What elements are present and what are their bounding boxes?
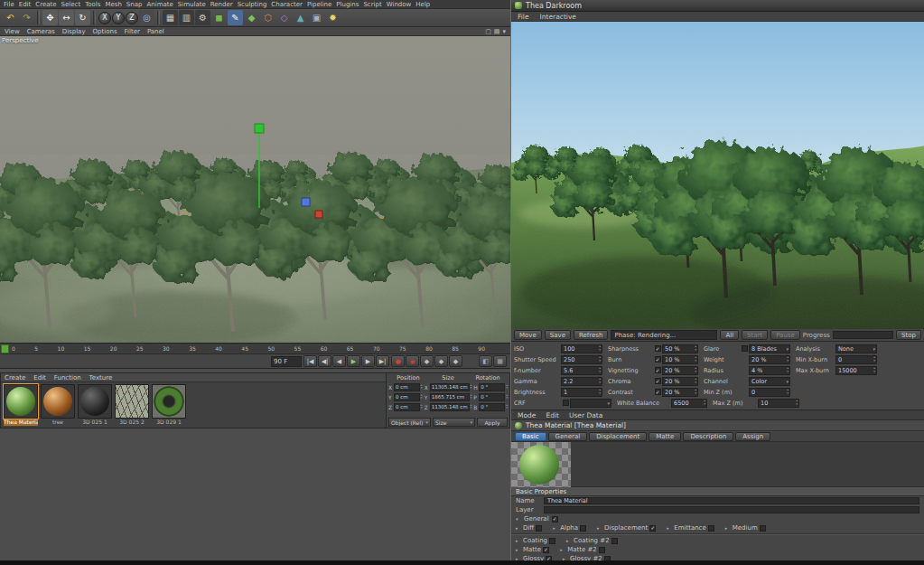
field-spinner-icon[interactable]: ▴▾ — [695, 378, 696, 383]
timeline-tick-60[interactable]: 60 — [321, 345, 328, 352]
field-spinner-icon[interactable]: ▴▾ — [506, 384, 508, 390]
collapsed-arrow-icon[interactable]: ▸ — [725, 525, 731, 531]
collapsed-arrow-icon[interactable]: ▸ — [667, 525, 672, 531]
channel-diff[interactable]: ▸Diff — [516, 524, 542, 532]
c4d-menu-mesh[interactable]: Mesh — [105, 1, 121, 8]
timeline-tick-55[interactable]: 55 — [294, 345, 302, 352]
attribute-tab-user-data[interactable]: User Data — [569, 411, 602, 419]
redo-icon[interactable]: ↷ — [19, 10, 34, 25]
setting-checkbox-chroma[interactable]: ✓ — [655, 378, 661, 384]
viewport-menu-options[interactable]: Options — [93, 28, 117, 35]
basic-properties-section[interactable]: Basic Properties — [511, 487, 924, 496]
c4d-menu-plugins[interactable]: Plugins — [336, 1, 359, 8]
coord-value-field[interactable]: 11305.148 cm — [430, 383, 470, 391]
c4d-menu-edit[interactable]: Edit — [19, 1, 32, 8]
move-tool-icon[interactable]: ✥ — [42, 10, 58, 25]
setting-checkbox-contrast[interactable]: ✓ — [655, 389, 661, 395]
field-spinner-icon[interactable]: ▴▾ — [599, 367, 601, 372]
setting-field-burn[interactable]: 10 %▴▾ — [662, 355, 698, 364]
setting-field-radius[interactable]: 4 %▴▾ — [749, 366, 790, 375]
timeline-playhead[interactable] — [1, 344, 9, 353]
autokey-button[interactable]: ◉ — [406, 355, 419, 367]
material-preview[interactable] — [511, 442, 571, 487]
field-spinner-icon[interactable]: ▴▾ — [421, 394, 423, 400]
timeline-tick-20[interactable]: 20 — [110, 345, 117, 352]
viewport-menu-display[interactable]: Display — [62, 28, 86, 35]
viewport-perspective[interactable]: Perspective — [0, 36, 510, 344]
collapsed-arrow-icon[interactable]: ▸ — [516, 525, 521, 531]
move-button[interactable]: Move — [514, 330, 542, 340]
setting-field-max-x-burn[interactable]: 15000▴▾ — [835, 366, 877, 375]
channel-checkbox-diff[interactable] — [536, 525, 542, 532]
c4d-menu-create[interactable]: Create — [35, 1, 56, 8]
material-tab-description[interactable]: Description — [683, 432, 733, 441]
setting-field-iso[interactable]: 100▴▾ — [561, 344, 602, 353]
timeline-tick-50[interactable]: 50 — [267, 345, 275, 352]
field-spinner-icon[interactable]: ▴▾ — [471, 394, 472, 400]
setting-checkbox-crf[interactable] — [563, 400, 569, 406]
field-spinner-icon[interactable]: ▴▾ — [695, 367, 696, 372]
channel-matte[interactable]: ▸Matte✓ — [516, 546, 549, 553]
setting-checkbox-sharpness[interactable]: ✓ — [655, 345, 661, 352]
channel-checkbox-alpha[interactable] — [580, 525, 586, 532]
channel-checkbox-matte[interactable]: ✓ — [543, 547, 549, 553]
channel-medium[interactable]: ▸Medium — [725, 524, 766, 532]
c4d-menu-tools[interactable]: Tools — [85, 1, 100, 8]
keyframe-rotation-icon[interactable]: ◆ — [449, 355, 462, 367]
setting-field-brightness[interactable]: 1▴▾ — [561, 388, 602, 397]
channel-emittance[interactable]: ▸Emittance — [667, 524, 714, 532]
layer-input[interactable] — [544, 506, 919, 513]
lock-y-axis-button[interactable]: Y — [112, 12, 125, 24]
setting-field-vignetting[interactable]: 20 %▴▾ — [662, 366, 698, 375]
timeline-tick-35[interactable]: 35 — [189, 345, 196, 352]
setting-field-contrast[interactable]: 20 %▴▾ — [662, 388, 698, 397]
field-spinner-icon[interactable]: ▴▾ — [796, 400, 798, 405]
pause-button[interactable]: Pause — [770, 330, 800, 340]
field-spinner-icon[interactable]: ▴▾ — [471, 384, 472, 390]
setting-checkbox-glare[interactable] — [742, 345, 748, 352]
setting-dropdown-crf[interactable]: ▾ — [570, 399, 611, 408]
timeline-tick-70[interactable]: 70 — [373, 345, 380, 352]
material-item-thea-material[interactable]: Thea Material — [4, 384, 38, 426]
channel-alpha[interactable]: ▸Alpha — [553, 524, 586, 532]
add-light-button[interactable]: ✹ — [325, 10, 341, 25]
darkroom-menu-interactive[interactable]: Interactive — [540, 13, 576, 21]
materials-menu-edit[interactable]: Edit — [33, 374, 46, 381]
channel-matte-2[interactable]: ▸Matte #2 — [560, 546, 605, 553]
render-view-button[interactable]: ▦ — [163, 10, 178, 25]
cube-red[interactable] — [315, 211, 322, 218]
lock-x-axis-button[interactable]: X — [98, 12, 111, 24]
field-spinner-icon[interactable]: ▴▾ — [599, 378, 601, 383]
add-camera-button[interactable]: ▣ — [309, 10, 324, 25]
c4d-menu-file[interactable]: File — [4, 1, 14, 8]
timeline-tick-15[interactable]: 15 — [84, 345, 91, 352]
timeline-tick-85[interactable]: 85 — [452, 345, 459, 352]
field-spinner-icon[interactable]: ▴▾ — [421, 404, 423, 410]
undo-icon[interactable]: ↶ — [3, 10, 18, 25]
field-spinner-icon[interactable]: ▴▾ — [873, 367, 875, 372]
add-environment-button[interactable]: ▲ — [293, 10, 308, 25]
channel-checkbox-matte-2[interactable] — [599, 547, 605, 553]
channel-checkbox-medium[interactable] — [760, 525, 766, 532]
expanded-arrow-icon[interactable]: ▾ — [516, 516, 521, 522]
add-modeling-object-button[interactable]: ⬡ — [260, 10, 275, 25]
setting-dropdown-glare[interactable]: 8 Blades▾ — [749, 344, 790, 353]
render-picture-viewer-button[interactable]: ▥ — [179, 10, 194, 25]
keyframe-scale-icon[interactable]: ◆ — [434, 355, 448, 367]
field-spinner-icon[interactable]: ▴▾ — [506, 404, 508, 410]
viewport-menu-panel[interactable]: Panel — [147, 28, 164, 35]
timeline-tick-90[interactable]: 90 — [478, 345, 485, 352]
scale-tool-icon[interactable]: ↔ — [59, 10, 74, 25]
setting-checkbox-burn[interactable]: ✓ — [655, 356, 661, 363]
field-spinner-icon[interactable]: ▴▾ — [787, 389, 789, 394]
c4d-menu-animate[interactable]: Animate — [146, 1, 173, 8]
collapsed-arrow-icon[interactable]: ▸ — [516, 547, 521, 552]
coord-value-field[interactable]: 0 ° — [479, 393, 505, 401]
c4d-menu-sculpting[interactable]: Sculpting — [238, 1, 267, 8]
selected-cube-blue[interactable] — [302, 198, 310, 206]
channel-coating-2[interactable]: ▸Coating #2 — [566, 537, 618, 544]
thea-titlebar[interactable]: Thea Darkroom — [511, 0, 924, 12]
channel-displacement[interactable]: ▸Displacement✓ — [597, 524, 656, 532]
add-cube-button[interactable]: ◼ — [211, 10, 227, 25]
viewport-maximize-icon[interactable]: ▢ — [485, 28, 491, 35]
